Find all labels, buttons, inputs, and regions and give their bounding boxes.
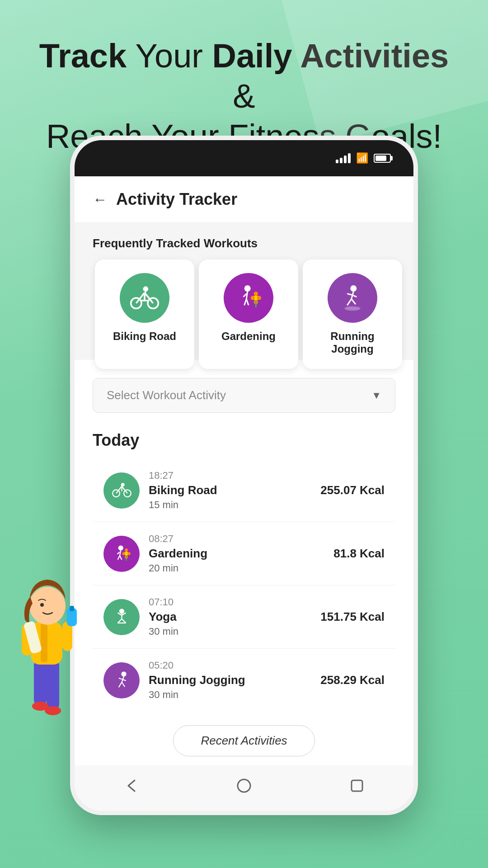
svg-line-11 xyxy=(246,299,249,305)
running-duration: 30 min xyxy=(149,689,311,701)
workout-card-gardening[interactable]: Gardening xyxy=(199,259,298,369)
activity-icon-biking xyxy=(103,472,140,509)
running-name: Running Jogging xyxy=(312,330,393,355)
svg-point-14 xyxy=(254,292,258,296)
svg-point-41 xyxy=(127,552,130,555)
activity-icon-running xyxy=(103,662,140,698)
activity-icon-yoga xyxy=(103,599,140,635)
yoga-activity-name: Yoga xyxy=(149,610,311,624)
svg-line-48 xyxy=(122,619,126,623)
hero-amp: & xyxy=(233,77,255,115)
svg-point-43 xyxy=(119,609,124,614)
recent-activities-button[interactable]: Recent Activities xyxy=(173,725,314,756)
signal-icon xyxy=(336,153,351,163)
biking-name: Biking Road xyxy=(113,330,176,343)
workout-card-running[interactable]: Running Jogging xyxy=(303,259,402,369)
running-icon-circle xyxy=(328,273,377,323)
activity-details-yoga: 07:10 Yoga 30 min xyxy=(149,596,311,637)
svg-point-25 xyxy=(345,307,361,311)
nav-home-button[interactable] xyxy=(233,774,255,797)
svg-line-22 xyxy=(352,299,356,304)
yoga-time: 07:10 xyxy=(149,596,311,608)
hero-daily: Daily Activities xyxy=(212,37,449,75)
recent-btn-wrapper: Recent Activities xyxy=(93,712,395,765)
back-button[interactable]: ← xyxy=(93,191,107,208)
running-time: 05:20 xyxy=(149,660,311,671)
svg-line-35 xyxy=(120,556,122,560)
svg-line-47 xyxy=(117,619,122,623)
svg-point-32 xyxy=(118,546,123,551)
activity-item-biking[interactable]: 18:27 Biking Road 15 min 255.07 Kcal xyxy=(93,459,395,522)
svg-line-53 xyxy=(122,682,125,687)
activity-item-running[interactable]: 05:20 Running Jogging 30 min 258.29 Kcal xyxy=(93,649,395,712)
svg-point-38 xyxy=(125,548,128,552)
character-illustration xyxy=(0,552,90,723)
workout-cards-list: Biking Road xyxy=(93,259,395,369)
activity-details-biking: 18:27 Biking Road 15 min xyxy=(149,470,311,511)
svg-rect-57 xyxy=(352,780,362,791)
activity-item-gardening[interactable]: 08:27 Gardening 20 min 81.8 Kcal xyxy=(93,522,395,585)
svg-line-33 xyxy=(120,551,121,556)
yoga-kcal: 151.75 Kcal xyxy=(320,610,385,624)
app-title: Activity Tracker xyxy=(116,190,237,209)
running-kcal: 258.29 Kcal xyxy=(320,673,385,687)
wifi-icon: 📶 xyxy=(356,152,368,164)
activity-icon-gardening xyxy=(103,536,140,572)
nav-bar xyxy=(75,765,413,811)
hero-your: Your xyxy=(135,37,212,75)
biking-time: 18:27 xyxy=(149,470,311,481)
svg-point-56 xyxy=(238,779,250,792)
gardening-icon-circle xyxy=(224,273,273,323)
today-heading: Today xyxy=(93,431,395,450)
svg-rect-63 xyxy=(41,622,47,662)
svg-line-52 xyxy=(118,682,122,687)
gardening-name: Gardening xyxy=(221,330,276,343)
hero-track: Track xyxy=(39,37,127,75)
biking-duration: 15 min xyxy=(149,499,311,511)
svg-rect-66 xyxy=(70,606,74,611)
status-icons: 📶 xyxy=(336,152,391,164)
svg-point-69 xyxy=(40,603,44,607)
workout-card-biking[interactable]: Biking Road xyxy=(95,259,194,369)
phone-screen: 📶 ← Activity Tracker Frequently Tracked … xyxy=(75,140,413,811)
svg-line-12 xyxy=(243,294,246,297)
gardening-duration: 20 min xyxy=(149,562,324,574)
notch xyxy=(194,140,294,163)
main-content: Select Workout Activity ▼ Today xyxy=(75,360,413,765)
svg-line-24 xyxy=(347,294,351,295)
svg-line-21 xyxy=(347,299,351,305)
frequently-tracked-label: Frequently Tracked Workouts xyxy=(93,236,395,250)
running-activity-name: Running Jogging xyxy=(149,673,311,687)
svg-rect-59 xyxy=(47,660,59,710)
dropdown-placeholder: Select Workout Activity xyxy=(107,388,226,402)
svg-point-17 xyxy=(257,296,261,300)
biking-icon-circle xyxy=(120,273,169,323)
activity-item-yoga[interactable]: 07:10 Yoga 30 min 151.75 Kcal xyxy=(93,585,395,649)
svg-line-34 xyxy=(117,556,120,560)
activity-list: 18:27 Biking Road 15 min 255.07 Kcal xyxy=(93,459,395,712)
nav-square-button[interactable] xyxy=(346,774,368,797)
biking-activity-name: Biking Road xyxy=(149,483,311,497)
app-header: ← Activity Tracker xyxy=(75,176,413,223)
gardening-activity-name: Gardening xyxy=(149,547,324,561)
battery-icon xyxy=(374,154,391,163)
svg-point-68 xyxy=(29,587,66,625)
yoga-duration: 30 min xyxy=(149,626,311,637)
nav-back-button[interactable] xyxy=(120,774,142,797)
svg-point-40 xyxy=(122,552,125,555)
svg-line-7 xyxy=(145,292,145,297)
svg-line-36 xyxy=(117,552,120,554)
svg-point-61 xyxy=(45,706,61,715)
svg-point-8 xyxy=(244,285,251,292)
svg-point-31 xyxy=(121,483,124,486)
svg-point-16 xyxy=(251,296,255,300)
gardening-time: 08:27 xyxy=(149,533,324,545)
status-bar: 📶 xyxy=(75,140,413,176)
workout-activity-dropdown[interactable]: Select Workout Activity ▼ xyxy=(93,378,395,413)
svg-line-9 xyxy=(246,292,247,299)
activity-details-gardening: 08:27 Gardening 20 min xyxy=(149,533,324,574)
svg-line-55 xyxy=(118,678,122,679)
gardening-kcal: 81.8 Kcal xyxy=(333,547,385,561)
svg-point-50 xyxy=(121,671,126,676)
svg-point-19 xyxy=(350,285,357,292)
